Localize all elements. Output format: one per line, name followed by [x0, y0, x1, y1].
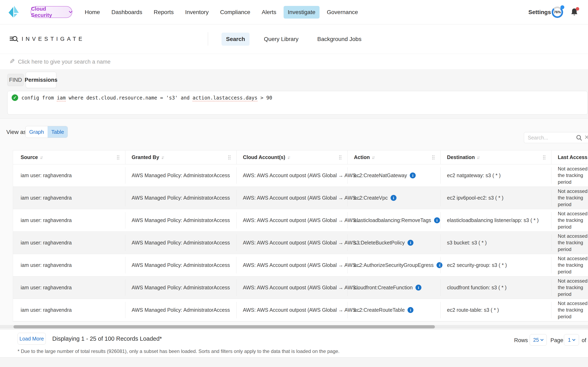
nav-item-dashboards[interactable]: Dashboards [107, 6, 146, 18]
cell-granted-by: AWS Managed Policy: AdministratorAccess [125, 232, 236, 254]
nav-item-investigate[interactable]: Investigate [284, 6, 319, 18]
load-more-button[interactable]: Load More [17, 333, 46, 345]
clear-search-icon[interactable]: × [585, 133, 588, 142]
cell-destination: cloudfront function: s3 ( * ) [440, 276, 551, 299]
view-as-label: View as [6, 129, 26, 135]
query-valid-check-icon: ✓ [12, 94, 18, 101]
capacity-ring[interactable]: 76% [552, 7, 563, 18]
investigate-header: INVESTIGATE Search Query Library Backgro… [0, 25, 588, 54]
cell-destination: ec2 ipv6pool-ec2: s3 ( * ) [440, 187, 551, 209]
chevron-down-icon [540, 338, 544, 341]
cell-cloud-accounts: AWS: AWS Account outpost (AWS Global → A… [236, 209, 347, 231]
tab-permissions[interactable]: Permissions [26, 72, 56, 88]
investigate-search-list-icon [9, 35, 18, 44]
table-search-input[interactable] [528, 133, 575, 142]
cell-last-access: Not accessed in the tracking period [551, 209, 588, 231]
search-icon [576, 134, 582, 142]
tab-search[interactable]: Search [222, 33, 250, 46]
info-icon[interactable]: i [415, 285, 421, 291]
rows-per-page-value: 25 [533, 337, 539, 343]
nav-item-alerts[interactable]: Alerts [258, 6, 281, 18]
sort-icon: ↓↑ [287, 155, 290, 160]
info-icon[interactable]: i [410, 173, 416, 178]
cell-action: s3:DeleteBucketPolicyi [347, 232, 441, 254]
table-search-box: × [524, 132, 588, 143]
cell-destination: ec2 natgateway: s3 ( * ) [440, 164, 551, 187]
view-toggle-graph[interactable]: Graph [26, 126, 48, 138]
notification-badge-dot [576, 7, 579, 11]
horizontal-scrollbar-thumb[interactable] [13, 325, 435, 328]
cell-last-access: Not accessed in the tracking period [551, 164, 588, 187]
horizontal-scrollbar-track [0, 325, 588, 329]
column-drag-handle[interactable] [432, 155, 435, 160]
column-drag-handle[interactable] [228, 155, 231, 160]
cell-source: iam user: raghavendra [13, 164, 125, 187]
info-icon[interactable]: i [407, 307, 414, 313]
query-editor[interactable]: ✓ config from iam where dest.cloud.resou… [7, 91, 588, 115]
results-table: Source ↓↑ Granted By ↓↑ Cloud Account(s)… [0, 150, 588, 322]
chevron-down-icon [572, 338, 576, 341]
column-drag-handle[interactable] [543, 155, 545, 160]
tab-background-jobs[interactable]: Background Jobs [313, 33, 366, 46]
column-header-last-access[interactable]: Last Access ↓↑ [551, 150, 588, 164]
column-drag-handle[interactable] [117, 155, 120, 160]
info-icon[interactable]: i [407, 240, 414, 246]
cell-granted-by: AWS Managed Policy: AdministratorAccess [125, 299, 236, 321]
investigate-tabs: Search Query Library Background Jobs [222, 33, 366, 46]
capacity-badge-dot [561, 5, 564, 9]
cell-destination: s3 bucket: s3 ( * ) [440, 232, 551, 254]
table-footer: Load More Displaying 1 - 25 of 100 Recor… [0, 329, 588, 357]
nav-item-reports[interactable]: Reports [150, 6, 178, 18]
cell-cloud-accounts: AWS: AWS Account outpost (AWS Global → A… [236, 232, 347, 254]
cell-last-access: Not accessed in the tracking period [551, 254, 588, 276]
cell-action: ec2:CreateVpci [347, 187, 441, 209]
product-switcher-label: Cloud Security [31, 6, 67, 18]
nav-item-governance[interactable]: Governance [323, 6, 362, 18]
cell-source: iam user: raghavendra [13, 232, 125, 254]
sort-icon: ↓↑ [40, 155, 43, 160]
column-header-cloud-accounts[interactable]: Cloud Account(s) ↓↑ [236, 150, 347, 164]
rows-per-page-select[interactable]: 25 [530, 334, 547, 346]
cell-granted-by: AWS Managed Policy: AdministratorAccess [125, 254, 236, 276]
search-name-placeholder: Click here to give your search a name [18, 59, 111, 65]
cell-action: ec2:CreateRouteTablei [347, 299, 441, 321]
column-header-action[interactable]: Action ↓↑ [347, 150, 440, 164]
info-icon[interactable]: i [390, 195, 397, 201]
cell-cloud-accounts: AWS: AWS Account outpost (AWS Global → A… [236, 254, 347, 276]
table-row: iam user: raghavendra AWS Managed Policy… [13, 187, 588, 209]
bottom-strip [0, 357, 588, 367]
info-icon[interactable]: i [434, 217, 440, 223]
column-header-source[interactable]: Source ↓↑ [13, 150, 125, 164]
search-name-field[interactable]: ✎ Click here to give your search a name [0, 54, 588, 70]
product-switcher[interactable]: Cloud Security [31, 6, 72, 18]
settings-button[interactable]: Settings [528, 9, 551, 16]
nav-item-home[interactable]: Home [81, 6, 104, 18]
column-header-destination[interactable]: Destination ↓↑ [440, 150, 551, 164]
cell-destination: ec2 security-group: s3 ( * ) [440, 254, 551, 276]
cell-last-access: Not accessed in the tracking period [551, 299, 588, 321]
cell-cloud-accounts: AWS: AWS Account outpost (AWS Global → A… [236, 276, 347, 299]
page-select[interactable]: 1 [564, 334, 579, 346]
cell-destination: ec2 route-table: s3 ( * ) [440, 299, 551, 321]
nav-item-compliance[interactable]: Compliance [216, 6, 254, 18]
notifications-bell-icon[interactable] [571, 8, 578, 17]
nav-item-inventory[interactable]: Inventory [181, 6, 213, 18]
page-label: Page [550, 337, 563, 343]
cell-action: cloudfront:CreateFunctioni [347, 276, 441, 299]
view-toggle-table[interactable]: Table [48, 126, 68, 138]
cell-cloud-accounts: AWS: AWS Account outpost (AWS Global → A… [236, 164, 347, 187]
edit-pencil-icon: ✎ [9, 58, 15, 65]
query-builder-section: FIND Permissions ✓ config from iam where… [0, 70, 588, 119]
column-header-granted-by[interactable]: Granted By ↓↑ [125, 150, 236, 164]
cell-source: iam user: raghavendra [13, 299, 125, 321]
primary-nav: HomeDashboardsReportsInventoryCompliance… [81, 0, 362, 25]
brand-logo-icon [8, 6, 19, 19]
cell-source: iam user: raghavendra [13, 276, 125, 299]
cell-last-access: Not accessed in the tracking period [551, 232, 588, 254]
column-drag-handle[interactable] [339, 155, 342, 160]
page-title: INVESTIGATE [22, 36, 85, 42]
cell-action: elasticloadbalancing:RemoveTagsi [347, 209, 441, 231]
cell-source: iam user: raghavendra [13, 209, 125, 231]
tab-query-library[interactable]: Query Library [259, 33, 303, 46]
cell-cloud-accounts: AWS: AWS Account outpost (AWS Global → A… [236, 187, 347, 209]
